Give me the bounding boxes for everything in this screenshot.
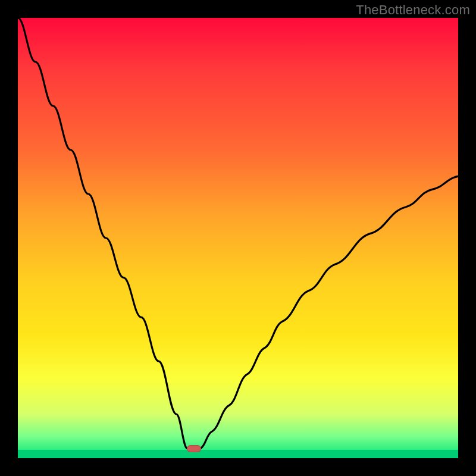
- bottleneck-curve: [18, 18, 458, 449]
- watermark-text: TheBottleneck.com: [356, 2, 470, 18]
- chart-frame: TheBottleneck.com: [0, 0, 476, 476]
- optimal-point-marker: [187, 445, 201, 452]
- plot-area: [18, 18, 458, 458]
- curve-svg: [18, 18, 458, 458]
